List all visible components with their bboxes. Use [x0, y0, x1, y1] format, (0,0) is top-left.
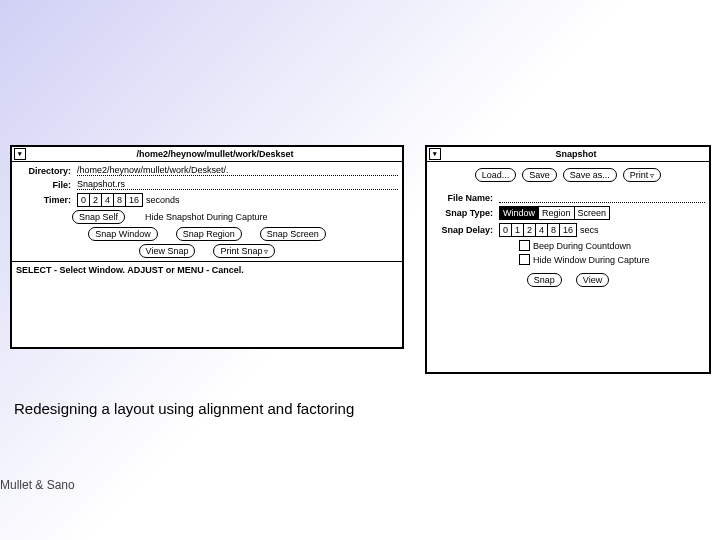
window-title: Snapshot — [445, 149, 707, 159]
filename-label: File Name: — [431, 193, 496, 203]
snap-button[interactable]: Snap — [527, 273, 562, 287]
view-button[interactable]: View — [576, 273, 609, 287]
titlebar: Snapshot — [427, 147, 709, 162]
credit-line: Mullet & Sano — [0, 478, 75, 492]
directory-label: Directory: — [16, 166, 74, 176]
hide-snapshot-checkbox-label[interactable]: Hide Snapshot During Capture — [145, 212, 268, 222]
timer-segment[interactable]: 0 2 4 8 16 — [77, 193, 143, 207]
snapshot-window-after: Snapshot Load... Save Save as... Print F… — [425, 145, 711, 374]
snapdelay-suffix: secs — [580, 225, 599, 235]
file-label: File: — [16, 180, 74, 190]
figure-caption: Redesigning a layout using alignment and… — [14, 400, 354, 417]
timer-label: Timer: — [16, 195, 74, 205]
directory-input[interactable] — [77, 165, 398, 176]
snap-region-button[interactable]: Snap Region — [176, 227, 242, 241]
print-button[interactable]: Print — [623, 168, 662, 182]
view-snap-button[interactable]: View Snap — [139, 244, 196, 258]
filename-input[interactable] — [499, 192, 705, 203]
status-bar: SELECT - Select Window. ADJUST or MENU -… — [12, 261, 402, 278]
snapshot-window-before: /home2/heynow/mullet/work/Deskset Direct… — [10, 145, 404, 349]
window-menu-icon[interactable] — [14, 148, 26, 160]
timer-suffix: seconds — [146, 195, 180, 205]
snaptype-segment[interactable]: Window Region Screen — [499, 206, 610, 220]
checkbox-icon — [519, 240, 530, 251]
window-title: /home2/heynow/mullet/work/Deskset — [30, 149, 400, 159]
save-as-button[interactable]: Save as... — [563, 168, 617, 182]
print-snap-button[interactable]: Print Snap — [213, 244, 275, 258]
beep-checkbox[interactable]: Beep During Countdown — [519, 240, 631, 251]
snaptype-label: Snap Type: — [431, 208, 496, 218]
snapdelay-segment[interactable]: 0 1 2 4 8 16 — [499, 223, 577, 237]
hide-window-checkbox[interactable]: Hide Window During Capture — [519, 254, 650, 265]
save-button[interactable]: Save — [522, 168, 557, 182]
snap-screen-button[interactable]: Snap Screen — [260, 227, 326, 241]
window-menu-icon[interactable] — [429, 148, 441, 160]
snapdelay-label: Snap Delay: — [431, 225, 496, 235]
snap-window-button[interactable]: Snap Window — [88, 227, 158, 241]
snap-self-button[interactable]: Snap Self — [72, 210, 125, 224]
titlebar: /home2/heynow/mullet/work/Deskset — [12, 147, 402, 162]
file-input[interactable] — [77, 179, 398, 190]
checkbox-icon — [519, 254, 530, 265]
load-button[interactable]: Load... — [475, 168, 517, 182]
